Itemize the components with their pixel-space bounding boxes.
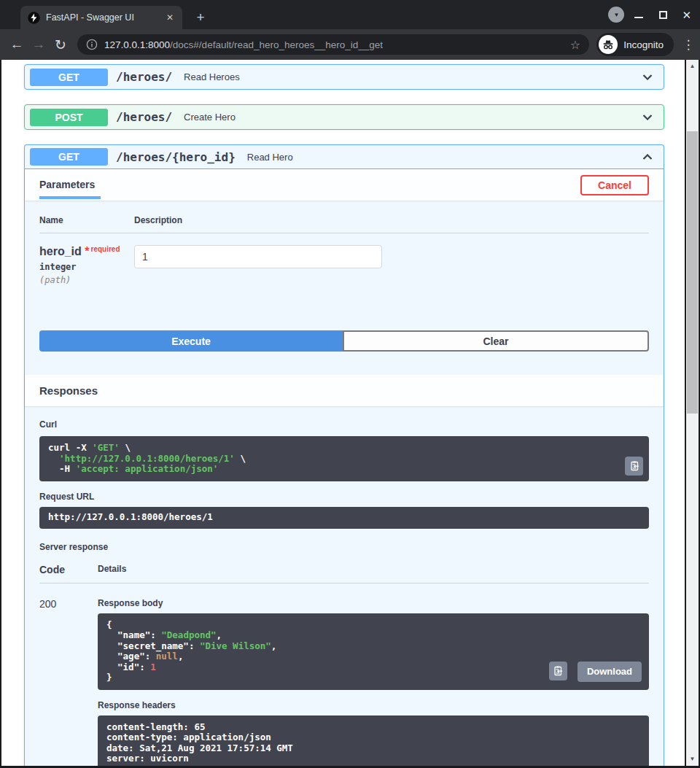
details-column: Details bbox=[98, 564, 126, 575]
browser-menu-icon[interactable]: ⋮ bbox=[680, 37, 697, 53]
endpoint-summary: Create Hero bbox=[184, 112, 640, 123]
method-badge-get: GET bbox=[30, 148, 108, 166]
tab-title: FastAPI - Swagger UI bbox=[46, 12, 163, 23]
scrollbar-up-icon[interactable]: ▲ bbox=[686, 61, 699, 71]
endpoint-path: /heroes/{hero_id} bbox=[116, 150, 236, 164]
scrollbar-thumb[interactable] bbox=[687, 131, 698, 414]
execute-row: Execute Clear bbox=[25, 285, 664, 375]
endpoint-summary: Read Hero bbox=[247, 152, 640, 163]
cancel-button[interactable]: Cancel bbox=[580, 175, 649, 195]
endpoint-summary: Read Heroes bbox=[184, 71, 640, 82]
incognito-badge: Incognito bbox=[596, 33, 674, 56]
response-body-label: Response body bbox=[98, 598, 649, 608]
parameter-meta: hero_id *required integer (path) bbox=[39, 245, 134, 285]
site-info-icon[interactable] bbox=[86, 39, 98, 50]
method-badge-post: POST bbox=[30, 109, 108, 126]
url-text[interactable]: 127.0.0.1:8000/docs#/default/read_hero_h… bbox=[104, 39, 383, 50]
hero-id-input[interactable] bbox=[134, 245, 382, 268]
request-url-label: Request URL bbox=[39, 492, 649, 502]
response-table-header: Code Details bbox=[39, 564, 649, 583]
minimize-button[interactable] bbox=[634, 11, 643, 18]
response-body-json: { "name": "Deadpond", "secret_name": "Di… bbox=[98, 613, 649, 690]
opblock-create-hero-header[interactable]: POST /heroes/ Create Hero bbox=[25, 105, 664, 129]
incognito-icon bbox=[599, 35, 618, 54]
response-details: Response body { "name": "Deadpond", "sec… bbox=[98, 598, 649, 767]
execute-button[interactable]: Execute bbox=[39, 330, 343, 352]
chevron-down-icon[interactable] bbox=[640, 110, 655, 125]
request-url-value: http://127.0.0.1:8000/heroes/1 bbox=[39, 507, 649, 529]
new-tab-button[interactable]: + bbox=[191, 8, 210, 27]
clear-button[interactable]: Clear bbox=[343, 330, 649, 352]
url-host: 127.0.0.1:8000 bbox=[104, 39, 170, 50]
browser-update-icon[interactable]: ▼ bbox=[608, 7, 624, 23]
back-button[interactable]: ← bbox=[6, 36, 28, 53]
parameters-section-header: Parameters Cancel bbox=[25, 169, 664, 201]
swagger-page: GET /heroes/ Read Heroes POST /heroes/ C… bbox=[1, 60, 685, 766]
parameter-location: (path) bbox=[39, 275, 134, 285]
tab-parameters[interactable]: Parameters bbox=[39, 171, 101, 199]
chevron-down-icon[interactable] bbox=[640, 70, 655, 85]
required-label: required bbox=[90, 245, 120, 253]
status-code: 200 bbox=[39, 598, 98, 767]
maximize-button[interactable] bbox=[659, 11, 667, 19]
responses-section-header: Responses bbox=[25, 375, 664, 406]
copy-response-button[interactable] bbox=[549, 662, 567, 680]
curl-command[interactable]: curl -X 'GET' \ 'http://127.0.0.1:8000/h… bbox=[39, 436, 649, 481]
window-controls: ▼ ✕ bbox=[608, 0, 693, 29]
address-bar[interactable]: 127.0.0.1:8000/docs#/default/read_hero_h… bbox=[77, 34, 589, 55]
parameters-table: Name Description hero_id *required integ… bbox=[25, 201, 664, 285]
forward-button[interactable]: → bbox=[28, 36, 50, 53]
opblock-read-heroes[interactable]: GET /heroes/ Read Heroes bbox=[24, 64, 664, 90]
parameter-value-cell bbox=[134, 245, 382, 285]
browser-toolbar: ← → ↻ 127.0.0.1:8000/docs#/default/read_… bbox=[0, 29, 700, 60]
bookmark-star-icon[interactable]: ☆ bbox=[570, 38, 580, 52]
parameter-name: hero_id *required bbox=[39, 245, 134, 258]
browser-window: FastAPI - Swagger UI ✕ + ▼ ✕ ← → ↻ 127.0… bbox=[0, 0, 700, 768]
responses-body: Curl curl -X 'GET' \ 'http://127.0.0.1:8… bbox=[25, 406, 664, 766]
response-headers-label: Response headers bbox=[98, 700, 649, 710]
parameters-columns: Name Description bbox=[39, 215, 649, 233]
column-description: Description bbox=[134, 215, 182, 225]
title-bar: FastAPI - Swagger UI ✕ + ▼ ✕ bbox=[0, 0, 700, 29]
column-name: Name bbox=[39, 215, 134, 225]
opblock-create-hero[interactable]: POST /heroes/ Create Hero bbox=[24, 104, 664, 130]
tab-close-icon[interactable]: ✕ bbox=[163, 11, 176, 24]
download-button[interactable]: Download bbox=[578, 662, 642, 682]
url-path: /docs#/default/read_hero_heroes__hero_id… bbox=[170, 39, 383, 50]
parameter-row: hero_id *required integer (path) bbox=[39, 233, 649, 285]
close-window-button[interactable]: ✕ bbox=[680, 9, 693, 20]
server-response-label: Server response bbox=[39, 542, 649, 552]
response-row: 200 Response body { "name": "Deadpond", … bbox=[39, 583, 649, 767]
responses-title: Responses bbox=[39, 384, 98, 397]
opblock-read-hero-header[interactable]: GET /heroes/{hero_id} Read Hero bbox=[25, 145, 664, 169]
required-asterisk: * bbox=[85, 245, 89, 257]
code-column: Code bbox=[39, 564, 98, 575]
opblock-read-hero: GET /heroes/{hero_id} Read Hero Paramete… bbox=[24, 144, 664, 766]
incognito-label: Incognito bbox=[623, 39, 664, 50]
reload-button[interactable]: ↻ bbox=[50, 36, 71, 53]
method-badge-get: GET bbox=[30, 69, 108, 86]
page-scrollbar[interactable]: ▲ ▼ bbox=[686, 60, 699, 766]
curl-label: Curl bbox=[39, 419, 649, 430]
endpoint-path: /heroes/ bbox=[116, 70, 172, 84]
response-headers-value: content-length: 65 content-type: applica… bbox=[98, 715, 649, 767]
browser-tab[interactable]: FastAPI - Swagger UI ✕ bbox=[20, 6, 182, 29]
fastapi-favicon-icon bbox=[28, 12, 40, 24]
opblock-read-heroes-header[interactable]: GET /heroes/ Read Heroes bbox=[25, 65, 664, 89]
window-border bbox=[0, 60, 1, 768]
parameter-type: integer bbox=[39, 262, 134, 272]
scrollbar-down-icon[interactable]: ▼ bbox=[686, 754, 699, 764]
endpoint-path: /heroes/ bbox=[116, 110, 172, 124]
chevron-up-icon[interactable] bbox=[640, 150, 655, 164]
copy-curl-button[interactable] bbox=[625, 457, 643, 476]
